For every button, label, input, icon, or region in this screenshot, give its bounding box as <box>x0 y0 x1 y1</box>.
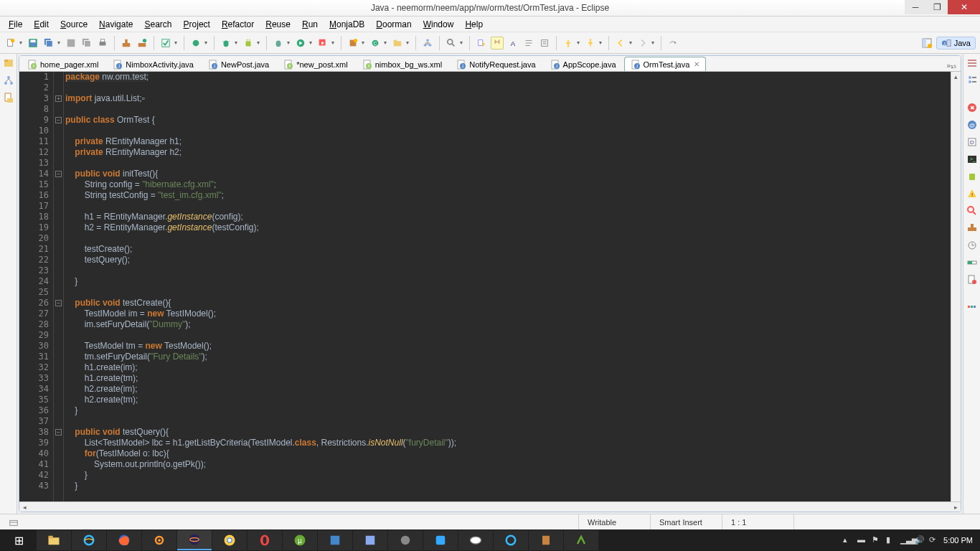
save-disk-icon[interactable] <box>65 37 77 50</box>
android-icon[interactable] <box>242 37 255 50</box>
debug-icon[interactable] <box>220 37 232 50</box>
dropdown-icon[interactable]: ▾ <box>598 37 603 50</box>
dropdown-icon[interactable]: ▾ <box>405 37 410 50</box>
a-icon[interactable]: A <box>507 37 519 50</box>
task-settings[interactable] <box>142 530 176 550</box>
dropdown-icon[interactable]: ▾ <box>382 37 388 50</box>
menu-source[interactable]: Source <box>55 18 93 31</box>
next-annotation-icon[interactable] <box>562 37 575 50</box>
hierarchy-icon[interactable] <box>2 74 15 87</box>
back-icon[interactable] <box>614 37 627 50</box>
task-firefox[interactable] <box>107 530 141 550</box>
build-all-icon[interactable] <box>136 37 149 50</box>
task-explorer[interactable] <box>37 530 71 550</box>
history-icon[interactable] <box>475 37 488 50</box>
last-edit-icon[interactable] <box>666 37 679 50</box>
debug-run-icon[interactable] <box>272 37 285 50</box>
dropdown-icon[interactable]: ▾ <box>18 37 24 50</box>
run-icon[interactable] <box>294 37 307 50</box>
file-explorer-icon[interactable] <box>2 91 15 104</box>
task-ie2[interactable] <box>494 530 528 550</box>
palette-icon[interactable] <box>966 301 979 314</box>
open-perspective-button[interactable] <box>920 37 933 50</box>
history-view-icon[interactable] <box>966 239 979 252</box>
fold-toggle-icon[interactable]: − <box>55 429 62 435</box>
menu-doorman[interactable]: Doorman <box>370 18 417 31</box>
task-app3[interactable] <box>388 530 423 550</box>
tray-sync-icon[interactable]: ⟳ <box>929 535 939 545</box>
task-eclipse[interactable] <box>177 530 212 550</box>
overview-ruler[interactable]: ▴ <box>951 72 961 501</box>
save-icon[interactable] <box>27 37 39 50</box>
build-icon[interactable] <box>120 37 133 50</box>
menu-navigate[interactable]: Navigate <box>93 18 138 31</box>
external-tools-icon[interactable] <box>316 37 329 50</box>
dropdown-icon[interactable]: ▾ <box>203 37 209 50</box>
menu-run[interactable]: Run <box>296 18 324 31</box>
code-editor[interactable]: 1238910111213141516171819202122232425262… <box>19 72 961 501</box>
task-opera[interactable] <box>248 530 282 550</box>
dropdown-icon[interactable]: ▾ <box>628 37 633 50</box>
task-app6[interactable] <box>529 530 563 550</box>
dropdown-icon[interactable]: ▾ <box>575 37 581 50</box>
editor-tab[interactable]: Xhome_pager.xml <box>21 57 105 71</box>
dropdown-icon[interactable]: ▾ <box>360 37 366 50</box>
tray-battery-icon[interactable]: ▬ <box>857 535 867 545</box>
editor-tab[interactable]: JNotifyRequest.java <box>450 57 542 71</box>
task-app1[interactable] <box>318 530 352 550</box>
dropdown-icon[interactable]: ▾ <box>330 37 336 50</box>
new-connection-icon[interactable] <box>189 37 202 50</box>
task-utorrent[interactable]: µ <box>283 530 317 550</box>
close-button[interactable]: ✕ <box>948 0 980 14</box>
dropdown-icon[interactable]: ▾ <box>308 37 314 50</box>
menu-project[interactable]: Project <box>178 18 216 31</box>
dropdown-icon[interactable]: ▾ <box>56 37 62 50</box>
search-view-icon[interactable] <box>966 204 979 217</box>
checkbox-icon[interactable] <box>159 37 172 50</box>
dropdown-icon[interactable]: ▾ <box>458 37 464 50</box>
task-chrome[interactable] <box>212 530 247 550</box>
show-views-button[interactable] <box>0 514 27 529</box>
dropdown-icon[interactable]: ▾ <box>650 37 656 50</box>
save-disk-all-icon[interactable] <box>80 37 93 50</box>
fold-toggle-icon[interactable]: + <box>55 95 62 102</box>
tray-shield-icon[interactable]: ⚑ <box>872 535 882 545</box>
editor-tab[interactable]: JAppScope.java <box>544 57 623 71</box>
dropdown-icon[interactable]: ▾ <box>173 37 179 50</box>
menu-search[interactable]: Search <box>138 18 177 31</box>
task-app4[interactable] <box>423 530 458 550</box>
task-app5[interactable] <box>458 530 493 550</box>
console-icon[interactable]: >_ <box>966 153 979 166</box>
dropdown-icon[interactable]: ▾ <box>255 37 261 50</box>
print-icon[interactable] <box>96 37 109 50</box>
save-all-icon[interactable] <box>42 37 55 50</box>
tray-volume-icon[interactable]: 🔊 <box>915 535 925 545</box>
task-ie[interactable] <box>72 530 106 550</box>
new-icon[interactable] <box>4 37 17 50</box>
scroll-right-icon[interactable]: ▸ <box>951 504 961 511</box>
paragraph-block-icon[interactable] <box>538 37 551 50</box>
fold-toggle-icon[interactable]: − <box>55 171 62 177</box>
prev-annotation-icon[interactable] <box>584 37 597 50</box>
package-explorer-icon[interactable] <box>2 57 15 70</box>
javadoc-icon[interactable]: @ <box>966 118 979 131</box>
menu-refactor[interactable]: Refactor <box>216 18 260 31</box>
code-text[interactable]: package nw.orm.test; import java.util.Li… <box>64 72 951 501</box>
tray-clock[interactable]: 5:00 PM <box>943 536 973 545</box>
menu-monjadb[interactable]: MonjaDB <box>324 18 370 31</box>
editor-tab[interactable]: JOrmTest.java✕ <box>624 57 707 71</box>
close-tab-icon[interactable]: ✕ <box>694 60 699 68</box>
fold-toggle-icon[interactable]: − <box>55 117 62 123</box>
scroll-left-icon[interactable]: ◂ <box>19 504 29 511</box>
declaration-icon[interactable]: D <box>966 136 979 149</box>
progress-icon[interactable] <box>966 256 979 269</box>
error-log-icon[interactable] <box>966 273 979 286</box>
dropdown-icon[interactable]: ▾ <box>233 37 239 50</box>
menu-file[interactable]: File <box>3 18 28 31</box>
menu-help[interactable]: Help <box>459 18 489 31</box>
new-folder-icon[interactable] <box>391 37 404 50</box>
search-icon[interactable] <box>445 37 458 50</box>
lint-icon[interactable]: ! <box>966 187 979 200</box>
tree-icon[interactable] <box>421 37 434 50</box>
scroll-up-icon[interactable]: ▴ <box>951 72 961 82</box>
